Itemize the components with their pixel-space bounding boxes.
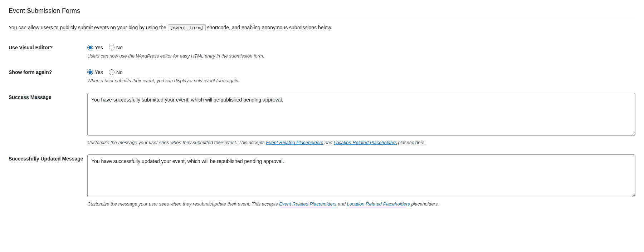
intro-text-before: You can allow users to publicly submit e… (9, 25, 168, 30)
visual-editor-no-text: No (116, 45, 123, 50)
intro-text-after: shortcode, and enabling anonymous submis… (206, 25, 332, 30)
visual-editor-no-radio[interactable] (109, 45, 114, 50)
show-form-again-yes-radio[interactable] (87, 69, 93, 75)
visual-editor-radio-group: Yes No (87, 43, 635, 50)
success-message-row: Success Message You have successfully su… (9, 89, 635, 150)
updated-desc-middle: and (337, 201, 347, 207)
page-container: Event Submission Forms You can allow use… (0, 0, 644, 219)
updated-message-textarea[interactable]: You have successfully updated your event… (87, 154, 635, 197)
success-location-placeholders-link[interactable]: Location Related Placeholders (334, 140, 397, 145)
updated-message-field: You have successfully updated your event… (87, 150, 635, 212)
show-form-again-description: When a user submits their event, you can… (87, 77, 635, 84)
show-form-again-no-label[interactable]: No (109, 69, 123, 75)
success-desc-after: placeholders. (397, 140, 426, 145)
show-form-again-no-radio[interactable] (109, 69, 114, 75)
success-message-field: You have successfully submitted your eve… (87, 89, 635, 150)
show-form-again-row: Show form again? Yes No When a user subm… (9, 64, 635, 89)
updated-location-placeholders-link[interactable]: Location Related Placeholders (347, 201, 410, 207)
updated-message-description: Customize the message your user sees whe… (87, 201, 635, 208)
show-form-again-field: Yes No When a user submits their event, … (87, 64, 635, 89)
updated-desc-after: placeholders. (410, 201, 439, 207)
show-form-again-yes-label[interactable]: Yes (87, 69, 103, 75)
updated-message-row: Successfully Updated Message You have su… (9, 150, 635, 212)
success-desc-middle: and (323, 140, 334, 145)
show-form-again-radio-group: Yes No (87, 68, 635, 75)
intro-description: You can allow users to publicly submit e… (9, 24, 635, 32)
visual-editor-description: Users can now use the WordPress editor f… (87, 53, 635, 60)
visual-editor-label: Use Visual Editor? (9, 39, 87, 64)
success-message-label: Success Message (9, 89, 87, 150)
show-form-again-yes-text: Yes (95, 69, 103, 75)
success-message-description: Customize the message your user sees whe… (87, 139, 635, 146)
success-event-placeholders-link[interactable]: Event Related Placeholders (266, 140, 323, 145)
visual-editor-field: Yes No Users can now use the WordPress e… (87, 39, 635, 64)
success-message-textarea[interactable]: You have successfully submitted your eve… (87, 93, 635, 136)
visual-editor-no-label[interactable]: No (109, 45, 123, 50)
updated-desc-before: Customize the message your user sees whe… (87, 201, 279, 207)
shortcode-badge: [event_form] (168, 24, 206, 31)
page-title: Event Submission Forms (9, 7, 635, 19)
show-form-again-label: Show form again? (9, 64, 87, 89)
form-table: Use Visual Editor? Yes No Users can now … (9, 39, 635, 212)
visual-editor-yes-text: Yes (95, 45, 103, 50)
success-desc-before: Customize the message your user sees whe… (87, 140, 266, 145)
show-form-again-no-text: No (116, 69, 123, 75)
visual-editor-yes-label[interactable]: Yes (87, 45, 103, 50)
updated-event-placeholders-link[interactable]: Event Related Placeholders (279, 201, 336, 207)
visual-editor-row: Use Visual Editor? Yes No Users can now … (9, 39, 635, 64)
visual-editor-yes-radio[interactable] (87, 45, 93, 50)
updated-message-label: Successfully Updated Message (9, 150, 87, 212)
